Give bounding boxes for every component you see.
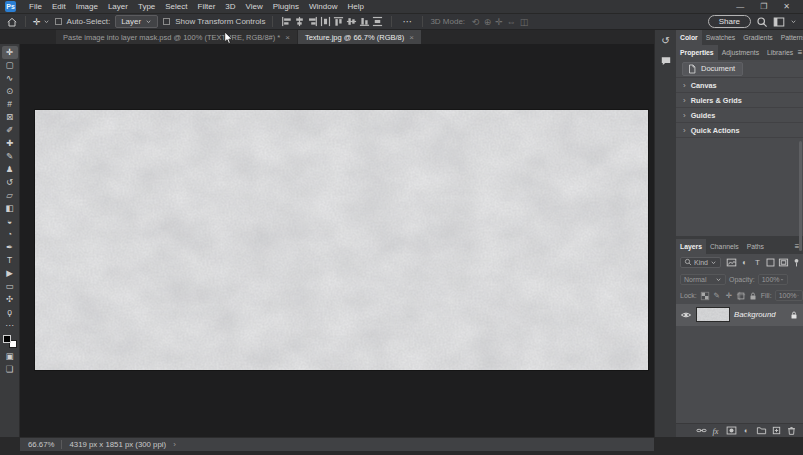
menu-image[interactable]: Image: [71, 0, 103, 13]
lock-all-icon[interactable]: [748, 291, 758, 301]
tab-close-icon[interactable]: ×: [409, 33, 414, 42]
3d-drag-icon[interactable]: ✛: [495, 17, 503, 27]
menu-file[interactable]: File: [24, 0, 47, 13]
frame-tool[interactable]: ⊠: [2, 111, 18, 124]
screen-mode-button[interactable]: ❏: [2, 363, 18, 376]
zoom-tool[interactable]: ϙ: [2, 306, 18, 319]
3d-rotate-icon[interactable]: ⟲: [472, 17, 480, 27]
delete-layer-icon[interactable]: [786, 425, 797, 436]
lock-position-icon[interactable]: ✛: [724, 291, 734, 301]
tab-adjustments[interactable]: Adjustments: [718, 45, 763, 60]
spot-healing-brush-tool[interactable]: ✚: [2, 137, 18, 150]
align-bottom-edges-icon[interactable]: [359, 16, 370, 27]
3d-roll-icon[interactable]: ⊕: [484, 17, 492, 27]
distribute-vertical-icon[interactable]: [372, 16, 383, 27]
tab-patterns[interactable]: Patterns: [777, 30, 803, 45]
zoom-level-field[interactable]: 66.67%: [28, 440, 54, 449]
menu-layer[interactable]: Layer: [103, 0, 133, 13]
menu-select[interactable]: Select: [160, 0, 192, 13]
rectangle-tool[interactable]: ▭: [2, 280, 18, 293]
share-button[interactable]: Share: [708, 15, 751, 28]
move-tool[interactable]: ✛: [2, 46, 18, 59]
hand-tool[interactable]: ✣: [2, 293, 18, 306]
layer-visibility-eye-icon[interactable]: [680, 309, 692, 321]
menu-filter[interactable]: Filter: [193, 0, 221, 13]
3d-slide-icon[interactable]: ⇔: [507, 17, 516, 27]
more-align-options-button[interactable]: ⋯: [399, 16, 415, 27]
lock-transparency-icon[interactable]: [700, 291, 710, 301]
close-button[interactable]: ✕: [775, 0, 798, 13]
scrollbar-thumb[interactable]: [799, 141, 802, 251]
search-icon[interactable]: [756, 16, 768, 28]
eraser-tool[interactable]: ▱: [2, 189, 18, 202]
layer-row-background[interactable]: Background: [676, 304, 803, 326]
path-selection-tool[interactable]: ▶: [2, 267, 18, 280]
filter-adjustment-layers-icon[interactable]: ◐: [739, 257, 750, 268]
canvas-area[interactable]: [20, 44, 654, 437]
tab-paste-image-psd[interactable]: Paste image into layer mask.psd @ 100% (…: [56, 30, 297, 44]
blend-mode-dropdown[interactable]: Normal: [680, 274, 726, 285]
tab-libraries[interactable]: Libraries: [763, 45, 797, 60]
layer-lock-icon[interactable]: [789, 310, 799, 320]
lock-pixels-icon[interactable]: ✎: [712, 291, 722, 301]
menu-window[interactable]: Window: [304, 0, 342, 13]
crop-tool[interactable]: #: [2, 98, 18, 111]
align-top-edges-icon[interactable]: [333, 16, 344, 27]
align-vertical-centers-icon[interactable]: [346, 16, 357, 27]
tab-gradients[interactable]: Gradients: [739, 30, 776, 45]
3d-scale-icon[interactable]: ◫: [520, 17, 529, 27]
layer-effects-icon[interactable]: fx: [711, 425, 722, 436]
filter-smart-objects-icon[interactable]: [778, 257, 789, 268]
add-layer-mask-icon[interactable]: [726, 425, 737, 436]
brush-tool[interactable]: ✎: [2, 150, 18, 163]
minimize-button[interactable]: —: [728, 0, 752, 13]
menu-plugins[interactable]: Plugins: [268, 0, 304, 13]
new-adjustment-layer-icon[interactable]: ◐: [741, 425, 752, 436]
color-swatches[interactable]: [3, 335, 17, 348]
foreground-color-swatch[interactable]: [3, 335, 11, 343]
menu-edit[interactable]: Edit: [47, 0, 71, 13]
current-tool-icon[interactable]: ✛: [33, 17, 50, 27]
tab-layers[interactable]: Layers: [676, 239, 706, 254]
quick-mask-mode-button[interactable]: ▣: [2, 350, 18, 363]
history-brush-tool[interactable]: ↺: [2, 176, 18, 189]
align-left-edges-icon[interactable]: [281, 16, 292, 27]
auto-select-target-dropdown[interactable]: Layer: [115, 15, 158, 28]
eyedropper-tool[interactable]: ✐: [2, 124, 18, 137]
layer-name[interactable]: Background: [734, 310, 785, 319]
history-panel-icon[interactable]: ↺: [658, 34, 673, 48]
layer-thumbnail[interactable]: [696, 307, 730, 322]
section-quick-actions[interactable]: › Quick Actions: [676, 122, 803, 137]
section-canvas[interactable]: › Canvas: [676, 77, 803, 92]
align-right-edges-icon[interactable]: [307, 16, 318, 27]
comments-panel-icon[interactable]: [658, 54, 673, 68]
tab-close-icon[interactable]: ×: [285, 33, 290, 42]
distribute-horizontal-icon[interactable]: [320, 16, 331, 27]
new-group-icon[interactable]: [756, 425, 767, 436]
new-layer-icon[interactable]: [771, 425, 782, 436]
lasso-tool[interactable]: ∿: [2, 72, 18, 85]
section-rulers-grids[interactable]: › Rulers & Grids: [676, 92, 803, 107]
tab-properties[interactable]: Properties: [676, 45, 718, 60]
dodge-tool[interactable]: ◔: [2, 228, 18, 241]
layer-filter-kind-dropdown[interactable]: Kind: [680, 257, 721, 268]
tab-color[interactable]: Color: [676, 30, 702, 45]
edit-toolbar-button[interactable]: ⋯: [2, 319, 18, 332]
filter-toggle-pin-icon[interactable]: [791, 257, 802, 268]
section-guides[interactable]: › Guides: [676, 107, 803, 122]
tab-channels[interactable]: Channels: [706, 239, 743, 254]
menu-3d[interactable]: 3D: [220, 0, 240, 13]
filter-pixel-layers-icon[interactable]: [726, 257, 737, 268]
align-horizontal-centers-icon[interactable]: [294, 16, 305, 27]
texture-document-image[interactable]: [35, 110, 648, 370]
tab-texture-jpg[interactable]: Texture.jpg @ 66.7% (RGB/8) ×: [298, 30, 421, 44]
workspace-switcher-icon[interactable]: [773, 16, 785, 28]
panel-menu-icon[interactable]: ≡: [797, 45, 803, 60]
link-layers-icon[interactable]: [696, 425, 707, 436]
type-tool[interactable]: T: [2, 254, 18, 267]
menu-help[interactable]: Help: [342, 0, 368, 13]
auto-select-checkbox[interactable]: [55, 18, 62, 25]
blur-tool[interactable]: ◒: [2, 215, 18, 228]
status-options-chevron-icon[interactable]: ›: [173, 440, 176, 449]
pen-tool[interactable]: ✒: [2, 241, 18, 254]
